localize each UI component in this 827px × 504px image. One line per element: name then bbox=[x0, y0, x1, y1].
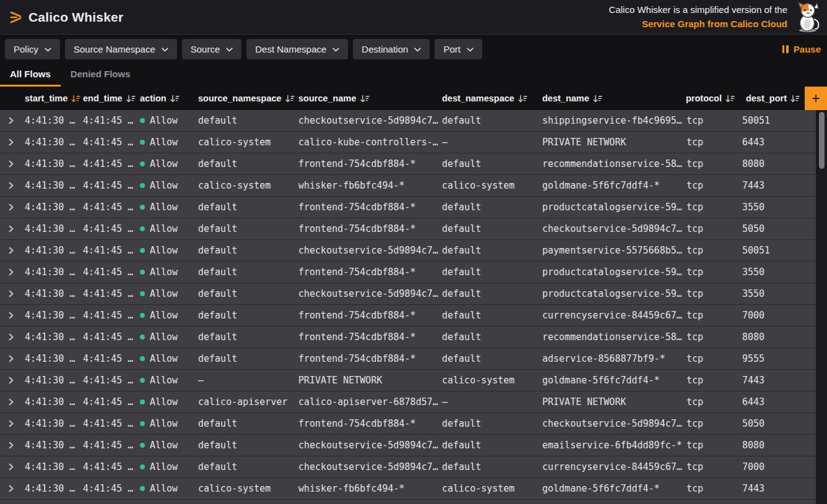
col-header-protocol[interactable]: protocol bbox=[684, 87, 740, 110]
table-row[interactable]: 4:41:30 …4:41:45 …Allowdefaultcheckoutse… bbox=[0, 110, 816, 132]
cell-dest_namespace: default bbox=[439, 435, 540, 456]
cell-action: Allow bbox=[137, 175, 196, 196]
expand-chevron-icon[interactable] bbox=[9, 312, 14, 319]
allow-status-dot bbox=[140, 205, 145, 210]
table-row[interactable]: 4:41:30 …4:41:45 …Allowdefaultcheckoutse… bbox=[0, 240, 816, 262]
cell-dest_namespace: default bbox=[439, 262, 540, 283]
expand-chevron-icon[interactable] bbox=[9, 355, 14, 362]
table-row[interactable]: 4:41:30 …4:41:45 …Allowdefaultfrontend-7… bbox=[0, 305, 816, 327]
cell-dest_port: 8080 bbox=[740, 327, 816, 348]
col-header-dest_port[interactable]: dest_port bbox=[740, 87, 805, 110]
expand-chevron-icon[interactable] bbox=[9, 203, 14, 211]
add-column-button[interactable]: + bbox=[805, 87, 827, 110]
table-row[interactable]: 4:41:30 …4:41:45 …Allowcalico-systemcali… bbox=[0, 132, 816, 153]
cell-action: Allow bbox=[137, 391, 196, 412]
vertical-scrollbar[interactable] bbox=[816, 110, 827, 504]
cell-protocol: tcp bbox=[684, 456, 740, 477]
cell-source_name: whisker-fb6bfc494-* bbox=[296, 175, 439, 196]
expand-chevron-icon[interactable] bbox=[9, 139, 14, 146]
expand-chevron-icon[interactable] bbox=[9, 225, 14, 233]
cell-end_time: 4:41:45 … bbox=[80, 132, 137, 153]
cell-protocol: tcp bbox=[684, 153, 740, 174]
allow-status-dot bbox=[140, 140, 145, 145]
col-header-end_time[interactable]: end_time bbox=[80, 87, 137, 110]
cell-action: Allow bbox=[137, 240, 196, 261]
expand-chevron-icon[interactable] bbox=[9, 290, 14, 297]
sort-icon[interactable] bbox=[725, 95, 735, 103]
table-row[interactable]: 4:41:30 …4:41:45 …Allowcalico-systemwhis… bbox=[0, 175, 816, 197]
cell-source_namespace: default bbox=[196, 305, 296, 326]
expand-chevron-icon[interactable] bbox=[9, 268, 14, 276]
table-row[interactable]: 4:41:30 …4:41:45 …Allowdefaultcheckoutse… bbox=[0, 456, 816, 478]
cell-dest_port: 5050 bbox=[740, 413, 816, 434]
filter-source[interactable]: Source bbox=[182, 39, 242, 59]
cell-dest_name: currencyservice-84459c67… bbox=[540, 456, 684, 477]
filter-port[interactable]: Port bbox=[435, 39, 482, 59]
expand-chevron-icon[interactable] bbox=[9, 117, 14, 124]
expand-chevron-icon[interactable] bbox=[9, 377, 14, 384]
expand-chevron-icon[interactable] bbox=[9, 420, 14, 427]
sort-icon[interactable] bbox=[170, 95, 180, 103]
cell-dest_name: adservice-8568877bf9-* bbox=[540, 348, 684, 369]
table-row[interactable]: 4:41:30 …4:41:45 …Allowdefaultfrontend-7… bbox=[0, 197, 816, 218]
table-row[interactable]: 4:41:30 …4:41:45 …Allowdefaultfrontend-7… bbox=[0, 262, 816, 283]
cell-dest_name: PRIVATE NETWORK bbox=[540, 391, 684, 412]
filter-source-namespace[interactable]: Source Namespace bbox=[65, 39, 177, 59]
expand-chevron-icon[interactable] bbox=[9, 463, 14, 471]
cell-source_namespace: default bbox=[196, 197, 296, 218]
filter-label: Port bbox=[443, 44, 461, 54]
cell-source_name: checkoutservice-5d9894c7… bbox=[296, 435, 439, 456]
table-row[interactable]: 4:41:30 …4:41:45 …Allowdefaultfrontend-7… bbox=[0, 327, 816, 348]
col-header-action[interactable]: action bbox=[137, 87, 196, 110]
col-header-dest_name[interactable]: dest_name bbox=[540, 87, 684, 110]
table-row[interactable]: 4:41:30 …4:41:45 …Allowdefaultfrontend-7… bbox=[0, 218, 816, 240]
expand-chevron-icon[interactable] bbox=[9, 333, 14, 341]
table-row[interactable]: 4:41:30 …4:41:45 …Allowdefaultcheckoutse… bbox=[0, 283, 816, 305]
filter-policy[interactable]: Policy bbox=[5, 39, 60, 59]
table-row[interactable]: 4:41:30 …4:41:45 …Allowdefaultfrontend-7… bbox=[0, 153, 816, 175]
allow-status-dot bbox=[140, 161, 145, 166]
cell-dest_name: checkoutservice-5d9894c7… bbox=[540, 413, 684, 434]
table-row[interactable]: 4:41:30 …4:41:45 …Allowdefaultcheckoutse… bbox=[0, 435, 816, 456]
col-header-source_namespace[interactable]: source_namespace bbox=[196, 87, 296, 110]
app-title: Calico Whisker bbox=[28, 10, 123, 25]
table-row[interactable]: 4:41:30 …4:41:45 …Allowdefaultfrontend-7… bbox=[0, 348, 816, 370]
expand-chevron-icon[interactable] bbox=[9, 160, 14, 168]
filter-destination[interactable]: Destination bbox=[353, 39, 430, 59]
tab-denied-flows[interactable]: Denied Flows bbox=[61, 63, 141, 87]
expand-chevron-icon[interactable] bbox=[9, 247, 14, 254]
table-row[interactable]: 4:41:30 …4:41:45 …Allowcalico-systemwhis… bbox=[0, 478, 816, 500]
service-graph-link[interactable]: Service Graph from Calico Cloud bbox=[642, 19, 787, 29]
expand-chevron-icon[interactable] bbox=[9, 485, 14, 492]
col-header-dest_namespace[interactable]: dest_namespace bbox=[439, 87, 540, 110]
table-row[interactable]: 4:41:30 …4:41:45 …Allowcalico-apiserverc… bbox=[0, 391, 816, 413]
sort-icon[interactable] bbox=[285, 95, 295, 103]
cell-dest_port: 3550 bbox=[740, 197, 816, 218]
expand-chevron-icon[interactable] bbox=[9, 182, 14, 189]
cell-action: Allow bbox=[137, 110, 196, 131]
sort-icon[interactable] bbox=[518, 95, 527, 103]
expand-chevron-icon[interactable] bbox=[9, 442, 14, 449]
col-header-source_name[interactable]: source_name bbox=[296, 87, 439, 110]
sort-icon[interactable] bbox=[790, 95, 800, 103]
sort-icon[interactable] bbox=[593, 95, 602, 103]
sort-icon[interactable] bbox=[126, 95, 136, 103]
sort-icon[interactable] bbox=[360, 95, 370, 103]
col-header-start_time[interactable]: start_time bbox=[22, 87, 80, 110]
cell-dest_name: PRIVATE NETWORK bbox=[540, 132, 684, 153]
scrollbar-thumb[interactable] bbox=[819, 112, 825, 169]
cell-end_time: 4:41:45 … bbox=[80, 305, 137, 326]
sort-icon[interactable] bbox=[71, 95, 80, 103]
cell-dest_port: 6443 bbox=[740, 132, 816, 153]
table-row[interactable]: 4:41:30 …4:41:45 …Allow–PRIVATE NETWORKc… bbox=[0, 370, 816, 391]
cell-source_name: checkoutservice-5d9894c7… bbox=[296, 456, 439, 477]
pause-icon bbox=[782, 45, 789, 53]
table-row[interactable]: 4:41:30 …4:41:45 …Allowdefaultfrontend-7… bbox=[0, 413, 816, 435]
cell-end_time: 4:41:45 … bbox=[80, 153, 137, 174]
cell-source_name: calico-apiserver-6878d57… bbox=[296, 391, 439, 412]
expand-chevron-icon[interactable] bbox=[9, 398, 14, 406]
cell-protocol: tcp bbox=[684, 240, 740, 261]
filter-dest-namespace[interactable]: Dest Namespace bbox=[246, 39, 348, 59]
tab-all-flows[interactable]: All Flows bbox=[0, 63, 61, 87]
pause-button[interactable]: Pause bbox=[782, 44, 821, 54]
